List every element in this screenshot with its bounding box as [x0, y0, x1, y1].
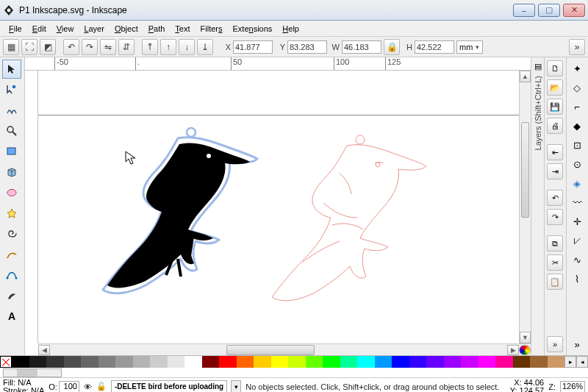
- layer-select[interactable]: -DELETE bird before uploading: [111, 380, 227, 393]
- scroll-thumb[interactable]: [226, 345, 315, 355]
- unit-select[interactable]: mm: [456, 40, 483, 54]
- export-button[interactable]: ⇥: [547, 163, 563, 179]
- color-swatch[interactable]: [375, 356, 392, 368]
- flip-h-button[interactable]: ⇋: [100, 39, 116, 55]
- minimize-button[interactable]: –: [513, 4, 535, 17]
- snap-midpoint-button[interactable]: ⊡: [569, 137, 585, 153]
- color-swatch[interactable]: [133, 356, 151, 368]
- rotate-ccw-button[interactable]: ↶: [63, 39, 79, 55]
- menu-path[interactable]: Path: [144, 23, 170, 35]
- menu-text[interactable]: Text: [171, 23, 194, 35]
- maximize-button[interactable]: ▢: [538, 4, 560, 17]
- zoom-tool[interactable]: [2, 121, 21, 140]
- paste-button[interactable]: 📋: [547, 274, 563, 290]
- scroll-up-button[interactable]: ▲: [520, 71, 531, 82]
- horizontal-ruler[interactable]: -50 . 50 100 125: [25, 57, 531, 71]
- color-swatch[interactable]: [237, 356, 254, 368]
- 3dbox-tool[interactable]: [2, 163, 21, 182]
- scroll-left-button[interactable]: ◀: [38, 345, 50, 355]
- select-all-button[interactable]: ⛶: [21, 39, 37, 55]
- color-swatch[interactable]: [168, 356, 185, 368]
- snap-enable-button[interactable]: ✦: [569, 60, 585, 76]
- node-tool[interactable]: [2, 80, 21, 99]
- scroll-down-button[interactable]: ▼: [520, 332, 531, 343]
- color-swatch[interactable]: [461, 356, 478, 368]
- rect-tool[interactable]: [2, 142, 21, 161]
- menu-object[interactable]: Object: [110, 23, 143, 35]
- layer-visibility-icon[interactable]: 👁: [84, 382, 92, 391]
- color-swatch[interactable]: [548, 356, 565, 368]
- menu-extensions[interactable]: Extensions: [229, 23, 277, 35]
- spiral-tool[interactable]: [2, 224, 21, 243]
- color-swatch[interactable]: [426, 356, 444, 368]
- scroll-right-button[interactable]: ▶: [507, 345, 519, 355]
- snap-path-button[interactable]: 〰: [569, 194, 585, 210]
- snap-bbox-button[interactable]: ◇: [569, 79, 585, 96]
- color-swatch[interactable]: [254, 356, 271, 368]
- color-swatch[interactable]: [340, 356, 358, 368]
- color-swatch[interactable]: [478, 356, 496, 368]
- y-input[interactable]: 83.283: [287, 40, 327, 54]
- snap-overflow-button[interactable]: »: [569, 336, 585, 352]
- color-swatch[interactable]: [29, 356, 47, 368]
- snap-center-button[interactable]: ⊙: [569, 156, 585, 172]
- color-swatch[interactable]: [271, 356, 289, 368]
- snap-cusp-button[interactable]: ⩗: [569, 232, 585, 249]
- menu-file[interactable]: File: [4, 23, 26, 35]
- toolbar-overflow-button[interactable]: »: [569, 39, 585, 55]
- open-button[interactable]: 📂: [547, 79, 563, 96]
- close-button[interactable]: ✕: [563, 4, 585, 17]
- cut-button[interactable]: ✂: [547, 254, 563, 271]
- raise-button[interactable]: ↑: [160, 39, 176, 55]
- color-swatch[interactable]: [530, 356, 548, 368]
- color-swatch[interactable]: [64, 356, 82, 368]
- color-swatch[interactable]: [46, 356, 64, 368]
- color-swatch[interactable]: [202, 356, 220, 368]
- new-doc-button[interactable]: 🗋: [547, 60, 563, 76]
- color-swatch[interactable]: [409, 356, 427, 368]
- color-swatch[interactable]: [184, 356, 202, 368]
- stroke-value[interactable]: N/A: [31, 386, 44, 393]
- print-button[interactable]: 🖨: [547, 118, 563, 134]
- snap-node-button[interactable]: ◈: [569, 175, 585, 191]
- color-swatch[interactable]: [392, 356, 409, 368]
- lower-bottom-button[interactable]: ⤓: [197, 39, 213, 55]
- opacity-input[interactable]: 100: [59, 381, 79, 393]
- star-tool[interactable]: [2, 204, 21, 223]
- snap-corner-button[interactable]: ◆: [569, 118, 585, 134]
- snap-smooth-button[interactable]: ∿: [569, 252, 585, 268]
- color-swatch[interactable]: [444, 356, 462, 368]
- snap-intersect-button[interactable]: ✛: [569, 213, 585, 229]
- tweak-tool[interactable]: [2, 101, 21, 120]
- lower-button[interactable]: ↓: [179, 39, 195, 55]
- ellipse-tool[interactable]: [2, 183, 21, 202]
- canvas[interactable]: [38, 71, 519, 343]
- vertical-scrollbar[interactable]: ▲ ▼: [519, 71, 531, 343]
- lock-icon[interactable]: 🔒: [384, 39, 400, 55]
- color-swatch[interactable]: [306, 356, 323, 368]
- menu-edit[interactable]: Edit: [28, 23, 51, 35]
- horizontal-scrollbar[interactable]: ◀ ▶: [38, 343, 531, 355]
- color-swatch[interactable]: [323, 356, 340, 368]
- layer-lock-icon[interactable]: 🔓: [96, 382, 107, 391]
- commands-overflow-button[interactable]: »: [547, 336, 563, 352]
- color-swatch[interactable]: [12, 356, 29, 368]
- rotate-cw-button[interactable]: ↷: [82, 39, 98, 55]
- deselect-button[interactable]: ◩: [40, 39, 56, 55]
- palette-scrollbar[interactable]: [3, 368, 62, 377]
- palette-scroll-button[interactable]: ▸: [564, 356, 576, 368]
- color-swatch[interactable]: [219, 356, 237, 368]
- calligraphy-tool[interactable]: [2, 286, 21, 305]
- redo-button[interactable]: ↷: [547, 209, 563, 225]
- x-input[interactable]: 41.877: [233, 40, 273, 54]
- save-button[interactable]: 💾: [547, 99, 563, 115]
- flip-v-button[interactable]: ⇵: [118, 39, 135, 55]
- menu-layer[interactable]: Layer: [79, 23, 109, 35]
- dock-layers[interactable]: ▤ Layers (Shift+Ctrl+L): [531, 57, 544, 355]
- pencil-tool[interactable]: [2, 245, 21, 264]
- color-swatch[interactable]: [150, 356, 168, 368]
- color-managed-icon[interactable]: [519, 345, 531, 355]
- snap-line-button[interactable]: ⌇: [569, 271, 585, 287]
- color-swatch[interactable]: [513, 356, 531, 368]
- import-button[interactable]: ⇤: [547, 144, 563, 160]
